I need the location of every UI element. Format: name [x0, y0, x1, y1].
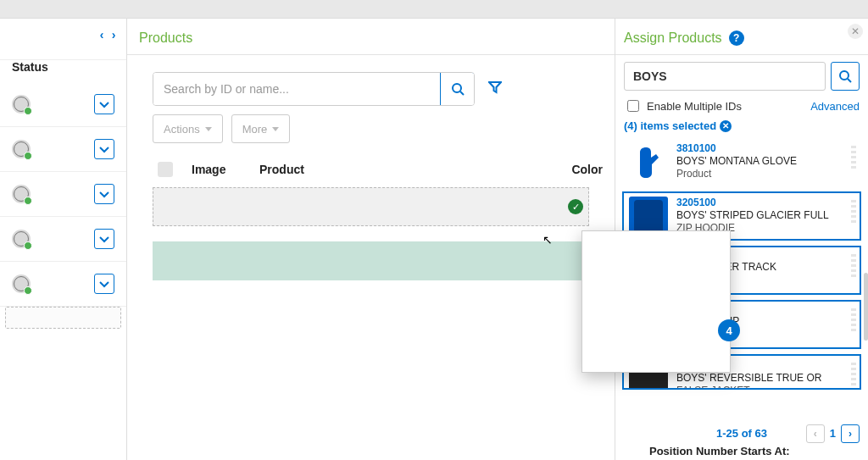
filter-icon[interactable] [488, 80, 502, 97]
assign-search-input[interactable] [624, 62, 826, 91]
status-row [0, 172, 126, 217]
status-heading: Status [0, 60, 126, 82]
products-button-row: Actions More [127, 114, 615, 157]
globe-icon [12, 230, 31, 248]
globe-icon [12, 95, 31, 114]
svg-point-0 [453, 84, 461, 92]
status-menu-button[interactable] [94, 94, 114, 114]
drag-handle-icon[interactable] [851, 308, 856, 332]
assign-options-row: Enable Multiple IDs Advanced [615, 97, 868, 119]
advanced-link[interactable]: Advanced [810, 100, 860, 113]
globe-icon [12, 140, 31, 158]
drag-handle-icon[interactable] [851, 254, 856, 278]
status-row [0, 82, 126, 127]
drag-handle-icon[interactable] [851, 363, 856, 386]
status-content: Status [0, 19, 126, 329]
selected-count: (4) items selected ✕ [615, 119, 868, 137]
products-search-input[interactable] [153, 73, 440, 105]
svg-line-4 [848, 79, 851, 82]
status-menu-button[interactable] [94, 229, 114, 249]
svg-point-3 [840, 71, 849, 80]
status-row [0, 217, 126, 262]
globe-icon [12, 185, 31, 203]
check-badge-icon: ✓ [568, 199, 583, 214]
pager-next-button[interactable]: › [841, 424, 860, 443]
actions-button[interactable]: Actions [153, 114, 223, 143]
products-search-group [153, 72, 475, 106]
scrollbar-thumb[interactable] [864, 273, 868, 341]
pager: 1-25 of 63 ‹ 1 › [615, 424, 868, 440]
product-thumb [629, 142, 668, 181]
product-info: 3810100 BOYS' MONTANA GLOVE Product [676, 142, 854, 181]
status-drop-zone[interactable] [5, 307, 121, 329]
pager-page: 1 [830, 427, 836, 440]
products-drop-row[interactable]: ✓ [153, 187, 589, 226]
next-icon[interactable]: › [108, 29, 120, 41]
col-product: Product [259, 163, 552, 176]
enable-multiple-checkbox[interactable] [627, 100, 639, 112]
select-all-checkbox[interactable] [158, 162, 173, 177]
product-card[interactable]: 3810100 BOYS' MONTANA GLOVE Product [622, 137, 861, 186]
drag-count-badge: 4 [718, 319, 740, 341]
main-layout: ‹ › Status [0, 19, 868, 460]
close-icon[interactable]: ✕ [848, 24, 863, 39]
svg-line-1 [460, 91, 464, 95]
more-button[interactable]: More [231, 114, 291, 143]
assign-header: Assign Products ? [615, 19, 868, 54]
drag-handle-icon[interactable] [851, 146, 856, 169]
products-search-button[interactable] [440, 72, 476, 106]
status-menu-button[interactable] [94, 139, 114, 159]
assign-search-row [615, 62, 868, 97]
status-row [0, 127, 126, 172]
top-bar [0, 0, 868, 19]
assign-panel: ✕ Assign Products ? Enable Multiple IDs … [615, 19, 868, 460]
panel-nav: ‹ › [96, 29, 120, 41]
products-search-row [127, 55, 615, 114]
enable-multiple-ids[interactable]: Enable Multiple IDs [624, 97, 742, 114]
col-image: Image [192, 163, 259, 176]
help-icon[interactable]: ? [729, 30, 744, 46]
status-panel: ‹ › Status [0, 19, 127, 460]
assign-search-button[interactable] [831, 62, 860, 91]
products-table-head: Image Product Color [127, 157, 615, 187]
svg-marker-2 [489, 82, 501, 92]
status-menu-button[interactable] [94, 274, 114, 294]
col-color: Color [552, 163, 603, 176]
clear-selection-icon[interactable]: ✕ [720, 120, 732, 132]
pager-prev-button[interactable]: ‹ [806, 424, 825, 443]
assign-title: Assign Products [624, 30, 722, 46]
products-panel: Products Actions More Image Product Colo… [127, 19, 615, 460]
assign-product-list: 3810100 BOYS' MONTANA GLOVE Product 3205… [615, 137, 868, 424]
products-title: Products [127, 19, 615, 54]
drag-preview[interactable]: 4 [581, 230, 731, 373]
search-icon [838, 69, 852, 83]
globe-icon [12, 274, 31, 293]
drag-handle-icon[interactable] [851, 200, 856, 224]
status-row [0, 262, 126, 307]
products-drop-row-active[interactable] [153, 241, 589, 280]
prev-icon[interactable]: ‹ [96, 29, 108, 41]
search-icon [451, 82, 465, 96]
status-menu-button[interactable] [94, 184, 114, 204]
pager-range: 1-25 of 63 [716, 427, 767, 440]
